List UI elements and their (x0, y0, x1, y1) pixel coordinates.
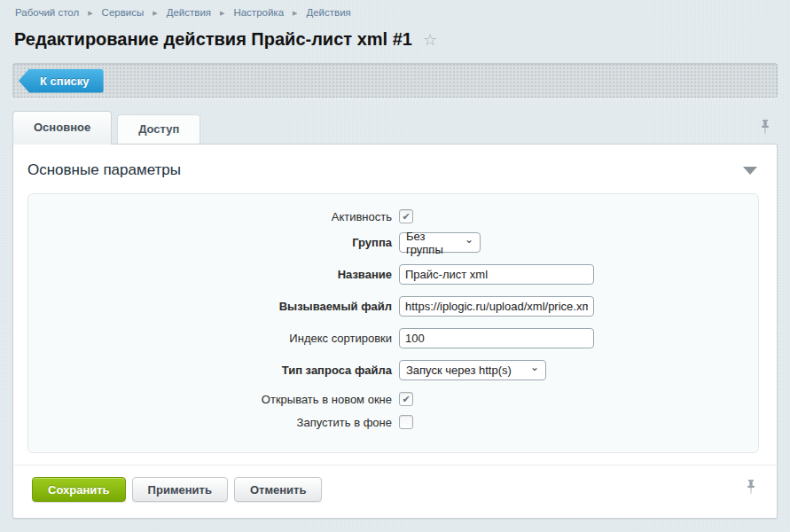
cancel-button[interactable]: Отменить (234, 477, 323, 502)
breadcrumb-item[interactable]: Действия (306, 7, 350, 18)
select-request_type[interactable]: Запуск через http(s)⌄ (399, 360, 546, 380)
field-control-request_type: Запуск через http(s)⌄ (399, 360, 546, 380)
breadcrumb-separator-icon: ▶ (220, 10, 224, 16)
back-to-list-button[interactable]: К списку (19, 69, 104, 93)
input-file[interactable] (399, 296, 594, 317)
field-label-activity: Активность (28, 210, 392, 223)
form-fields: Активность✔ГруппаБез группы⌄НазваниеВызы… (27, 193, 759, 453)
page-title: Редактирование действия Прайс-лист xml #… (14, 29, 412, 50)
tab-доступ[interactable]: Доступ (117, 114, 200, 144)
field-label-file: Вызываемый файл (28, 300, 392, 313)
breadcrumb-separator-icon: ▶ (153, 10, 157, 16)
field-control-name (399, 264, 594, 285)
pin-icon[interactable] (746, 480, 756, 497)
field-control-file (399, 296, 594, 317)
section-title: Основные параметры (27, 161, 181, 179)
favorite-star-icon[interactable]: ☆ (423, 32, 437, 48)
apply-button[interactable]: Применить (132, 477, 228, 502)
form-row-request_type: Тип запроса файлаЗапуск через http(s)⌄ (28, 360, 758, 380)
field-label-group: Группа (28, 236, 392, 249)
form-row-sort_index: Индекс сортировки (28, 328, 758, 348)
select-value-request_type: Запуск через http(s) (406, 364, 512, 377)
field-control-new_window: ✔ (399, 392, 413, 406)
field-label-new_window: Открывать в новом окне (28, 393, 392, 406)
form-row-name: Название (28, 264, 758, 285)
pin-icon[interactable] (760, 120, 770, 137)
collapse-section-icon[interactable] (743, 167, 757, 175)
field-control-sort_index (399, 328, 594, 348)
tabs-row: ОсновноеДоступ (12, 110, 778, 144)
select-group[interactable]: Без группы⌄ (399, 232, 481, 253)
chevron-down-icon: ⌄ (465, 238, 473, 242)
select-value-group: Без группы (406, 230, 456, 256)
breadcrumb: Рабочий стол▶Сервисы▶Действия▶Настройка▶… (0, 0, 790, 18)
admin-page: Рабочий стол▶Сервисы▶Действия▶Настройка▶… (0, 0, 790, 532)
checkbox-new_window[interactable]: ✔ (399, 392, 413, 406)
input-name[interactable] (399, 264, 594, 285)
save-button[interactable]: Сохранить (32, 477, 126, 502)
form-row-group: ГруппаБез группы⌄ (28, 232, 758, 253)
breadcrumb-item[interactable]: Действия (167, 7, 211, 18)
field-control-background_run (399, 415, 413, 429)
field-label-background_run: Запустить в фоне (28, 416, 392, 429)
section-header: Основные параметры (13, 145, 777, 193)
page-title-row: Редактирование действия Прайс-лист xml #… (14, 29, 790, 50)
checkbox-background_run[interactable] (399, 415, 413, 429)
breadcrumb-separator-icon: ▶ (88, 10, 92, 16)
tab-основное[interactable]: Основное (12, 111, 112, 145)
field-label-name: Название (28, 268, 392, 281)
edit-form-panel: Основные параметры Активность✔ГруппаБез … (12, 144, 778, 519)
field-control-activity: ✔ (399, 209, 413, 223)
field-label-request_type: Тип запроса файла (28, 364, 392, 377)
field-label-sort_index: Индекс сортировки (28, 332, 392, 345)
form-row-file: Вызываемый файл (28, 296, 758, 317)
breadcrumb-item[interactable]: Сервисы (102, 7, 145, 18)
breadcrumb-separator-icon: ▶ (293, 10, 297, 16)
chevron-down-icon: ⌄ (530, 365, 539, 370)
checkbox-activity[interactable]: ✔ (399, 209, 413, 223)
field-control-group: Без группы⌄ (399, 232, 481, 253)
form-row-activity: Активность✔ (28, 209, 758, 223)
input-sort_index[interactable] (399, 328, 594, 348)
form-row-new_window: Открывать в новом окне✔ (28, 392, 758, 406)
buttons-bar: Сохранить Применить Отменить (14, 465, 776, 518)
breadcrumb-item[interactable]: Рабочий стол (15, 7, 79, 18)
form-row-background_run: Запустить в фоне (28, 415, 758, 429)
context-toolbar: К списку (12, 63, 778, 98)
breadcrumb-item[interactable]: Настройка (233, 7, 284, 18)
